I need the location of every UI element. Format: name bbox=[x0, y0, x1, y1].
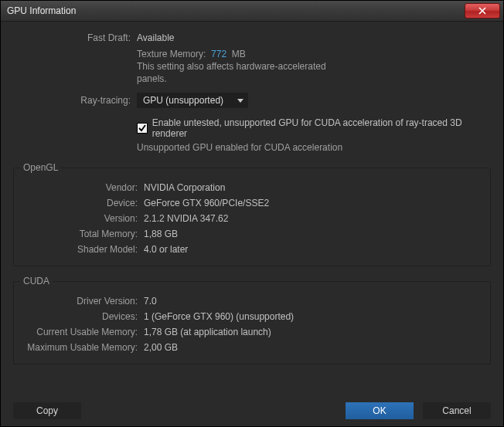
titlebar[interactable]: GPU Information bbox=[1, 1, 503, 22]
close-button[interactable] bbox=[465, 3, 500, 19]
cuda-driver-version-label: Driver Version: bbox=[20, 294, 144, 308]
enable-untested-label: Enable untested, unsupported GPU for CUD… bbox=[152, 117, 491, 139]
texture-memory-note: This setting also affects hardware-accel… bbox=[137, 60, 338, 85]
opengl-vendor-value: NVIDIA Corporation bbox=[144, 181, 225, 195]
opengl-vendor-label: Vendor: bbox=[20, 181, 144, 195]
enable-untested-row: Enable untested, unsupported GPU for CUD… bbox=[137, 117, 491, 139]
cuda-current-usable-value: 1,78 GB (at application launch) bbox=[144, 325, 271, 339]
texture-memory-value[interactable]: 772 bbox=[211, 49, 226, 59]
cuda-maximum-usable-label: Maximum Usable Memory: bbox=[20, 341, 144, 354]
fast-draft-value: Available bbox=[137, 31, 174, 45]
copy-button[interactable]: Copy bbox=[13, 402, 81, 419]
enable-untested-checkbox[interactable] bbox=[137, 123, 148, 134]
ok-button[interactable]: OK bbox=[346, 402, 414, 419]
texture-memory-label: Texture Memory: bbox=[137, 49, 206, 59]
gpu-information-dialog: GPU Information Fast Draft: Available Te… bbox=[0, 0, 504, 427]
opengl-group: OpenGL Vendor:NVIDIA Corporation Device:… bbox=[13, 162, 491, 266]
opengl-shader-model-label: Shader Model: bbox=[20, 242, 144, 256]
opengl-total-memory-value: 1,88 GB bbox=[144, 227, 178, 241]
cancel-button[interactable]: Cancel bbox=[423, 402, 491, 419]
button-bar: Copy OK Cancel bbox=[1, 395, 503, 426]
cuda-current-usable-label: Current Usable Memory: bbox=[20, 325, 144, 339]
chevron-down-icon bbox=[237, 99, 243, 103]
ray-tracing-dropdown[interactable]: GPU (unsupported) bbox=[137, 93, 248, 108]
cuda-maximum-usable-value: 2,00 GB bbox=[144, 341, 178, 354]
window-title: GPU Information bbox=[7, 5, 465, 16]
opengl-version-value: 2.1.2 NVIDIA 347.62 bbox=[144, 212, 228, 225]
opengl-shader-model-value: 4.0 or later bbox=[144, 242, 188, 256]
cuda-status-text: Unsupported GPU enabled for CUDA acceler… bbox=[137, 142, 491, 153]
opengl-version-label: Version: bbox=[20, 212, 144, 225]
fast-draft-row: Fast Draft: Available bbox=[13, 31, 491, 45]
opengl-legend: OpenGL bbox=[20, 162, 61, 173]
opengl-device-label: Device: bbox=[20, 196, 144, 210]
texture-memory-block: Texture Memory: 772 MB This setting also… bbox=[137, 48, 491, 85]
cuda-legend: CUDA bbox=[20, 276, 53, 286]
ray-tracing-row: Ray-tracing: GPU (unsupported) bbox=[13, 93, 491, 108]
opengl-device-value: GeForce GTX 960/PCIe/SSE2 bbox=[144, 196, 269, 210]
cuda-driver-version-value: 7.0 bbox=[144, 294, 157, 308]
cuda-devices-value: 1 (GeForce GTX 960) (unsupported) bbox=[144, 310, 294, 324]
fast-draft-label: Fast Draft: bbox=[13, 31, 137, 45]
cuda-devices-label: Devices: bbox=[20, 310, 144, 324]
checkmark-icon bbox=[138, 124, 146, 132]
ray-tracing-selected: GPU (unsupported) bbox=[143, 93, 223, 107]
close-icon bbox=[478, 7, 486, 15]
opengl-total-memory-label: Total Memory: bbox=[20, 227, 144, 241]
cuda-group: CUDA Driver Version:7.0 Devices:1 (GeFor… bbox=[13, 276, 491, 364]
ray-tracing-label: Ray-tracing: bbox=[13, 93, 137, 107]
texture-memory-unit: MB bbox=[232, 49, 246, 59]
